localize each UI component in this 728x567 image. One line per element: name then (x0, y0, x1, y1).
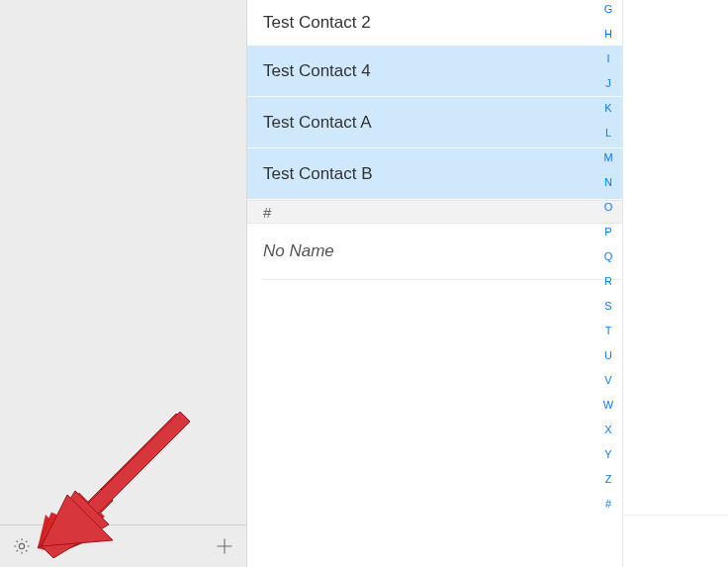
section-header: # (247, 200, 622, 224)
groups-sidebar (0, 0, 247, 567)
contact-name: Test Contact A (263, 113, 372, 133)
index-letter[interactable]: L (598, 126, 618, 141)
index-letter[interactable]: N (598, 175, 618, 190)
section-header-label: # (263, 204, 271, 221)
groups-list[interactable] (0, 0, 246, 524)
index-letter[interactable]: H (598, 27, 618, 42)
contact-name: Test Contact 2 (263, 13, 371, 33)
settings-button[interactable] (10, 534, 34, 558)
svg-point-0 (19, 543, 24, 548)
index-letter[interactable]: G (598, 2, 618, 17)
contacts-list-column: Test Contact 2 Test Contact 4 Test Conta… (247, 0, 623, 567)
contact-detail-pane (623, 0, 728, 567)
contact-row[interactable]: Test Contact 4 (247, 46, 622, 97)
gear-icon (12, 536, 32, 556)
contact-name: Test Contact 4 (263, 61, 371, 81)
index-letter[interactable]: # (598, 497, 618, 512)
index-letter[interactable]: T (598, 324, 618, 338)
index-letter[interactable]: J (598, 76, 618, 91)
contact-row[interactable]: Test Contact A (247, 97, 622, 148)
index-letter[interactable]: Y (598, 447, 618, 462)
contact-name: No Name (263, 241, 334, 261)
index-letter[interactable]: I (598, 51, 618, 66)
index-letter[interactable]: X (598, 423, 618, 437)
index-letter[interactable]: S (598, 299, 618, 314)
index-letter[interactable]: K (598, 101, 618, 116)
sidebar-toolbar (0, 524, 246, 567)
index-letter[interactable]: P (598, 225, 618, 239)
index-letter[interactable]: O (598, 200, 618, 215)
contacts-list[interactable]: Test Contact 2 Test Contact 4 Test Conta… (247, 0, 622, 567)
contact-row[interactable]: Test Contact 2 (247, 0, 622, 46)
index-letter[interactable]: Z (598, 472, 618, 487)
plus-icon (215, 536, 234, 556)
contact-row[interactable]: Test Contact B (247, 148, 622, 200)
contact-row[interactable]: No Name (247, 224, 622, 279)
index-letter[interactable]: Q (598, 249, 618, 264)
index-letter[interactable]: V (598, 373, 618, 388)
alphabet-index[interactable]: G H I J K L M N O P Q R S T U V W X Y Z … (598, 2, 618, 512)
index-letter[interactable]: R (598, 274, 618, 289)
row-divider (263, 279, 622, 280)
contact-name: Test Contact B (263, 164, 373, 184)
index-letter[interactable]: M (598, 150, 618, 165)
index-letter[interactable]: W (598, 398, 618, 413)
detail-divider (623, 515, 728, 516)
index-letter[interactable]: U (598, 348, 618, 363)
add-button[interactable] (213, 534, 236, 558)
